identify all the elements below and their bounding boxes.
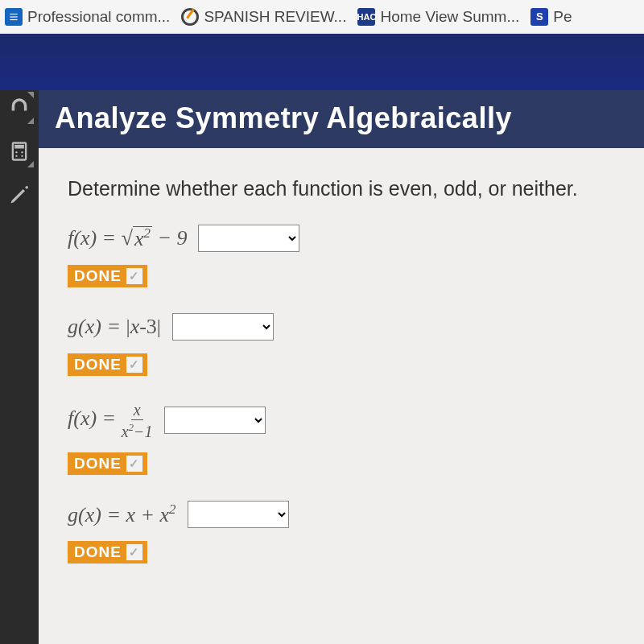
answer-dropdown[interactable] — [164, 407, 266, 434]
bookmark-label: Pe — [553, 8, 572, 26]
answer-dropdown[interactable] — [188, 501, 289, 528]
check-icon: ✓ — [126, 456, 142, 472]
tool-rail — [0, 90, 39, 644]
done-label: DONE — [74, 267, 122, 285]
problem-row: g(x) = x + x2 — [68, 501, 621, 528]
answer-dropdown[interactable] — [198, 225, 299, 252]
bookmark-item[interactable]: HAC Home View Summ... — [357, 8, 519, 26]
svg-rect-2 — [10, 19, 17, 19]
problem-row: f(x) = √x2 − 9 — [68, 225, 621, 252]
calculator-tool-icon[interactable] — [3, 134, 35, 169]
bookmark-item[interactable]: SPANISH REVIEW... — [181, 8, 346, 26]
bookmark-label: SPANISH REVIEW... — [204, 8, 346, 26]
s-icon: S — [530, 8, 548, 26]
svg-rect-0 — [10, 13, 17, 14]
bookmark-label: Professional comm... — [27, 8, 170, 26]
list-icon — [5, 8, 23, 26]
bookmark-item[interactable]: Professional comm... — [5, 8, 170, 26]
headset-tool-icon[interactable] — [3, 90, 35, 126]
done-row: DONE ✓ — [68, 539, 621, 564]
function-expression: f(x) = √x2 − 9 — [68, 226, 187, 250]
hac-icon: HAC — [357, 8, 375, 26]
problem-row: g(x) = |x-3| — [68, 313, 621, 341]
done-button[interactable]: DONE ✓ — [68, 265, 147, 287]
answer-dropdown[interactable] — [172, 313, 274, 341]
problem-row: f(x) = xx2−1 — [68, 402, 621, 440]
svg-rect-4 — [14, 145, 24, 149]
done-button[interactable]: DONE ✓ — [68, 541, 147, 564]
function-expression: f(x) = xx2−1 — [68, 402, 153, 440]
compass-icon — [181, 8, 199, 26]
svg-point-6 — [21, 151, 23, 153]
done-row: DONE ✓ — [68, 352, 621, 376]
worksheet-panel: Determine whether each function is even,… — [39, 148, 644, 644]
instruction-text: Determine whether each function is even,… — [68, 177, 621, 200]
check-icon: ✓ — [126, 268, 142, 284]
svg-rect-1 — [10, 16, 17, 17]
done-button[interactable]: DONE ✓ — [68, 452, 147, 475]
function-expression: g(x) = x + x2 — [68, 502, 176, 527]
bookmark-item[interactable]: S Pe — [530, 8, 572, 26]
check-icon: ✓ — [126, 357, 142, 373]
svg-point-7 — [15, 155, 17, 157]
pencil-tool-icon[interactable] — [3, 177, 35, 213]
done-label: DONE — [74, 543, 122, 561]
done-row: DONE ✓ — [68, 263, 621, 287]
done-label: DONE — [74, 455, 122, 473]
main-area: Analyze Symmetry Algebraically Determine… — [0, 90, 644, 644]
done-button[interactable]: DONE ✓ — [68, 353, 147, 376]
bookmark-label: Home View Summ... — [380, 8, 519, 26]
check-icon: ✓ — [126, 544, 142, 560]
done-row: DONE ✓ — [68, 451, 621, 475]
content-column: Analyze Symmetry Algebraically Determine… — [39, 90, 644, 644]
app-header-band — [0, 34, 644, 90]
done-label: DONE — [74, 356, 122, 374]
lesson-title: Analyze Symmetry Algebraically — [39, 90, 644, 148]
svg-point-5 — [15, 151, 17, 153]
svg-point-8 — [21, 155, 23, 157]
bookmarks-bar: Professional comm... SPANISH REVIEW... H… — [0, 0, 644, 34]
function-expression: g(x) = |x-3| — [68, 315, 161, 339]
